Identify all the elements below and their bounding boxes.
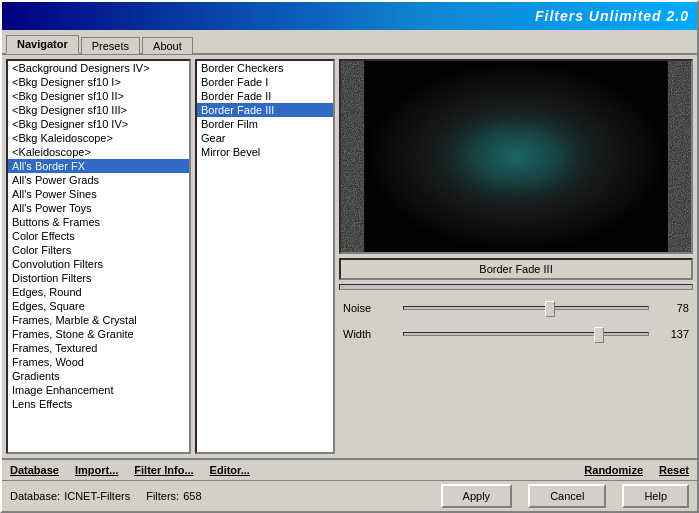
param-slider-noise[interactable]	[403, 298, 649, 318]
param-row-noise: Noise 78	[339, 296, 693, 320]
bottom-toolbar: Database Import... Filter Info... Editor…	[2, 458, 697, 480]
list-item[interactable]: <Kaleidoscope>	[8, 145, 189, 159]
list-item[interactable]: All's Power Grads	[8, 173, 189, 187]
filter-item[interactable]: Border Checkers	[197, 61, 333, 75]
right-panel: Border Fade III Noise 78 Width	[339, 59, 693, 454]
reset-button[interactable]: Reset	[659, 464, 689, 476]
param-row-width: Width 137	[339, 322, 693, 346]
status-bar: Database: ICNET-Filters Filters: 658 App…	[2, 480, 697, 511]
list-item[interactable]: <Bkg Designer sf10 II>	[8, 89, 189, 103]
svg-rect-3	[364, 61, 668, 252]
main-content: <Background Designers IV> <Bkg Designer …	[2, 55, 697, 458]
app-title: Filters Unlimited 2.0	[535, 8, 689, 24]
filter-item[interactable]: Border Fade I	[197, 75, 333, 89]
status-database: Database: ICNET-Filters	[10, 490, 130, 502]
list-item[interactable]: All's Power Toys	[8, 201, 189, 215]
slider-thumb-width[interactable]	[594, 327, 604, 343]
list-item[interactable]: All's Power Sines	[8, 187, 189, 201]
status-filters: Filters: 658	[146, 490, 201, 502]
param-slider-width[interactable]	[403, 324, 649, 344]
param-value-noise: 78	[649, 302, 689, 314]
filter-item[interactable]: Border Fade II	[197, 89, 333, 103]
status-filters-value: 658	[183, 490, 201, 502]
database-button[interactable]: Database	[10, 464, 59, 476]
progress-bar	[339, 284, 693, 290]
category-list[interactable]: <Background Designers IV> <Bkg Designer …	[6, 59, 191, 454]
list-item[interactable]: <Bkg Designer sf10 IV>	[8, 117, 189, 131]
list-item[interactable]: <Bkg Kaleidoscope>	[8, 131, 189, 145]
list-item[interactable]: Edges, Round	[8, 285, 189, 299]
apply-button[interactable]: Apply	[441, 484, 513, 508]
slider-thumb-noise[interactable]	[545, 301, 555, 317]
param-value-width: 137	[649, 328, 689, 340]
cancel-button[interactable]: Cancel	[528, 484, 606, 508]
header: Filters Unlimited 2.0	[2, 2, 697, 30]
filter-list[interactable]: Border Checkers Border Fade I Border Fad…	[195, 59, 335, 454]
filter-item[interactable]: Border Film	[197, 117, 333, 131]
help-button[interactable]: Help	[622, 484, 689, 508]
list-item[interactable]: Lens Effects	[8, 397, 189, 411]
list-item[interactable]: Frames, Wood	[8, 355, 189, 369]
import-button[interactable]: Import...	[75, 464, 118, 476]
list-item-selected[interactable]: All's Border FX	[8, 159, 189, 173]
list-item[interactable]: Frames, Textured	[8, 341, 189, 355]
list-item[interactable]: Frames, Stone & Granite	[8, 327, 189, 341]
main-dialog: Filters Unlimited 2.0 Navigator Presets …	[0, 0, 699, 513]
tab-bar: Navigator Presets About	[2, 30, 697, 55]
filter-item[interactable]: Gear	[197, 131, 333, 145]
status-database-value: ICNET-Filters	[64, 490, 130, 502]
params-area: Noise 78 Width 137	[339, 296, 693, 454]
tab-navigator[interactable]: Navigator	[6, 35, 79, 54]
tab-presets[interactable]: Presets	[81, 37, 140, 54]
randomize-button[interactable]: Randomize	[584, 464, 643, 476]
preview-area	[339, 59, 693, 254]
list-item[interactable]: <Bkg Designer sf10 I>	[8, 75, 189, 89]
list-item[interactable]: Frames, Marble & Crystal	[8, 313, 189, 327]
list-item[interactable]: Edges, Square	[8, 299, 189, 313]
list-item[interactable]: Distortion Filters	[8, 271, 189, 285]
slider-track-noise[interactable]	[403, 306, 649, 310]
filter-info-button[interactable]: Filter Info...	[134, 464, 193, 476]
list-item[interactable]: Buttons & Frames	[8, 215, 189, 229]
filter-item[interactable]: Mirror Bevel	[197, 145, 333, 159]
preview-canvas	[341, 61, 691, 252]
tab-about[interactable]: About	[142, 37, 193, 54]
list-item[interactable]: <Background Designers IV>	[8, 61, 189, 75]
param-label-noise: Noise	[343, 302, 403, 314]
list-item[interactable]: Color Filters	[8, 243, 189, 257]
status-database-label: Database:	[10, 490, 60, 502]
filter-name-display: Border Fade III	[339, 258, 693, 280]
list-item-color-effects[interactable]: Color Effects	[8, 229, 189, 243]
editor-button[interactable]: Editor...	[210, 464, 250, 476]
list-item[interactable]: Gradients	[8, 369, 189, 383]
list-item[interactable]: Convolution Filters	[8, 257, 189, 271]
param-label-width: Width	[343, 328, 403, 340]
bottom-area: Database Import... Filter Info... Editor…	[2, 458, 697, 511]
list-item[interactable]: <Bkg Designer sf10 III>	[8, 103, 189, 117]
status-filters-label: Filters:	[146, 490, 179, 502]
slider-track-width[interactable]	[403, 332, 649, 336]
filter-item-selected[interactable]: Border Fade III	[197, 103, 333, 117]
list-item[interactable]: Image Enhancement	[8, 383, 189, 397]
